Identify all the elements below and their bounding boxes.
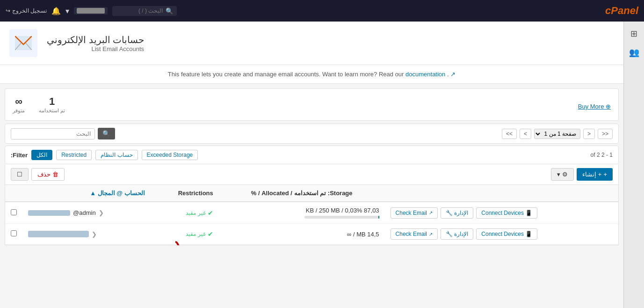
page-header: حسابات البريد الإلكتروني List Email Acco… [0, 22, 623, 65]
page-next-btn[interactable]: > [520, 129, 531, 139]
page-title: حسابات البريد الإلكتروني [47, 34, 144, 45]
restriction-label: غير مقيد [186, 210, 205, 216]
buy-more-link[interactable]: ⊕ Buy More [578, 99, 611, 110]
storage-cell: 14,5 MB / ∞ [219, 224, 385, 245]
stat-available-value: ∞ [13, 95, 25, 108]
page-prev-btn[interactable]: < [583, 129, 595, 139]
email-cell: ❮admin@ [22, 202, 151, 224]
filter-all-btn[interactable]: الكل [31, 150, 52, 160]
page-header-text: حسابات البريد الإلكتروني List Email Acco… [47, 34, 144, 52]
settings-btn[interactable]: ⚙ ▾ [551, 168, 574, 181]
connect-devices-button[interactable]: Connect Devices 📱 [476, 228, 537, 240]
email-cell: ❮ [22, 224, 151, 245]
search-right: 🔍 [11, 128, 115, 139]
controls-row: << < صفحة 1 من 1 > >> 🔍 [5, 124, 619, 144]
filter-right: Exceeded Storage حساب النظام Restricted … [11, 150, 198, 160]
logout-icon: ↪ [6, 7, 10, 14]
nav-search-input[interactable] [116, 7, 163, 14]
progress-fill [378, 216, 379, 219]
info-bar: This feature lets you create and manage … [0, 65, 623, 84]
action-buttons-cell: Check Email ↗🔧 الإدارةConnect Devices 📱 [385, 202, 618, 224]
col-storage: Storage: تم استخدامه / Allocated / % [219, 185, 385, 202]
page-last-btn[interactable]: >> [502, 129, 517, 139]
row-expand-icon[interactable]: ❮ [92, 231, 97, 238]
stat-used-label: تم استخدامه [39, 108, 65, 114]
select-all-btn[interactable]: ☐ [11, 168, 29, 181]
nav-search-icon: 🔍 [166, 7, 173, 15]
row-expand-icon[interactable]: ❮ [99, 209, 104, 216]
page-select[interactable]: صفحة 1 من 1 [534, 129, 580, 139]
stat-used-value: 1 [39, 95, 65, 108]
select-all-icon: ☐ [17, 171, 22, 178]
bell-icon[interactable]: 🔔 [51, 7, 61, 15]
nav-left: ↪ تسجيل الخروج 🔔 ▾ 🔍 [6, 6, 177, 16]
check-email-button[interactable]: Check Email ↗ [391, 207, 438, 219]
filter-restricted-btn[interactable]: Restricted [56, 150, 92, 160]
user-display [74, 7, 108, 15]
row-checkbox[interactable] [11, 230, 17, 236]
buy-more-button[interactable]: ⊕ Buy More [578, 103, 611, 110]
domain-blur [28, 210, 70, 216]
table-wrapper: الحساب @ المجال ▲ Restrictions Storage: … [0, 185, 623, 245]
email-icon [9, 29, 37, 57]
filter-exceeded-btn[interactable]: Exceeded Storage [142, 150, 198, 160]
settings-gear-icon: ⚙ [562, 171, 568, 178]
table-container: الحساب @ المجال ▲ Restrictions Storage: … [5, 185, 619, 245]
documentation-link[interactable]: documentation [405, 71, 445, 78]
table-row: ❮admin@✔غير مقيد87,03 KB / 250 MB / 0,03… [5, 202, 618, 224]
stat-available: ∞ متوفر [13, 95, 25, 114]
storage-text: 87,03 KB / 250 MB / 0,03% [224, 207, 379, 214]
page-first-btn[interactable]: << [598, 129, 613, 139]
restriction-label: غير مقيد [186, 231, 205, 237]
filter-system-btn[interactable]: حساب النظام [95, 150, 137, 160]
col-account[interactable]: الحساب @ المجال ▲ [22, 185, 151, 202]
page-info: صفحة 1 من 1 [534, 129, 580, 139]
progress-bar [304, 216, 379, 219]
info-text: This feature lets you create and manage … [168, 71, 404, 78]
stat-available-label: متوفر [13, 108, 25, 114]
stat-used: 1 تم استخدامه [39, 95, 65, 114]
create-plus-icon: + [603, 171, 607, 178]
info-period: . [447, 71, 449, 78]
sidebar-grid-icon[interactable]: ⊞ [626, 25, 643, 42]
main-content: حسابات البريد الإلكتروني List Email Acco… [0, 22, 623, 245]
action-right: 🗑 حذف ☐ [11, 168, 65, 181]
storage-text: 14,5 MB / ∞ [224, 231, 379, 238]
logout-button[interactable]: ↪ تسجيل الخروج [6, 7, 47, 14]
action-left: + + إنشاء ⚙ ▾ [551, 168, 613, 181]
username-blur [77, 8, 105, 14]
email-blur [28, 231, 89, 237]
search-button[interactable]: 🔍 [98, 128, 115, 139]
restrictions-cell: ✔غير مقيد [151, 224, 219, 245]
delete-btn[interactable]: 🗑 حذف [31, 168, 65, 181]
action-buttons-cell: Check Email ↗🔧 الإدارةConnect Devices 📱 [385, 224, 618, 245]
restrictions-cell: ✔غير مقيد [151, 202, 219, 224]
table-header-row: الحساب @ المجال ▲ Restrictions Storage: … [5, 185, 618, 202]
actions-row: + + إنشاء ⚙ ▾ 🗑 حذف ☐ [5, 164, 619, 185]
check-email-button[interactable]: Check Email ↗ [391, 228, 438, 240]
col-checkbox [5, 185, 22, 202]
col-actions [385, 185, 618, 202]
pagination: << < صفحة 1 من 1 > >> [502, 129, 613, 139]
email-table: الحساب @ المجال ▲ Restrictions Storage: … [5, 185, 618, 245]
page-subtitle: List Email Accounts [47, 45, 144, 52]
row-checkbox[interactable] [11, 209, 17, 215]
external-icon: ↗ [450, 71, 456, 78]
filter-row: 1 - 2 of 2 Exceeded Storage حساب النظام … [5, 146, 619, 164]
sidebar-users-icon[interactable]: 👥 [626, 44, 643, 61]
table-row: ❮✔غير مقيد14,5 MB / ∞Check Email ↗🔧 الإد… [5, 224, 618, 245]
connect-devices-button[interactable]: Connect Devices 📱 [476, 207, 537, 219]
admin-button[interactable]: 🔧 الإدارة [441, 228, 473, 240]
records-count: 1 - 2 of 2 [591, 152, 613, 158]
dropdown-icon[interactable]: ▾ [65, 7, 69, 15]
stats-bar: ⊕ Buy More 1 تم استخدامه ∞ متوفر [5, 88, 619, 121]
delete-trash-icon: 🗑 [52, 171, 58, 178]
col-restrictions: Restrictions [151, 185, 219, 202]
create-btn[interactable]: + + إنشاء [577, 168, 613, 181]
top-nav: ↪ تسجيل الخروج 🔔 ▾ 🔍 cPanel [0, 0, 644, 22]
storage-cell: 87,03 KB / 250 MB / 0,03% [219, 202, 385, 224]
search-input[interactable] [11, 128, 95, 139]
admin-button[interactable]: 🔧 الإدارة [441, 207, 473, 219]
stats-numbers: 1 تم استخدامه ∞ متوفر [13, 95, 65, 114]
nav-search-bar[interactable]: 🔍 [112, 6, 177, 16]
